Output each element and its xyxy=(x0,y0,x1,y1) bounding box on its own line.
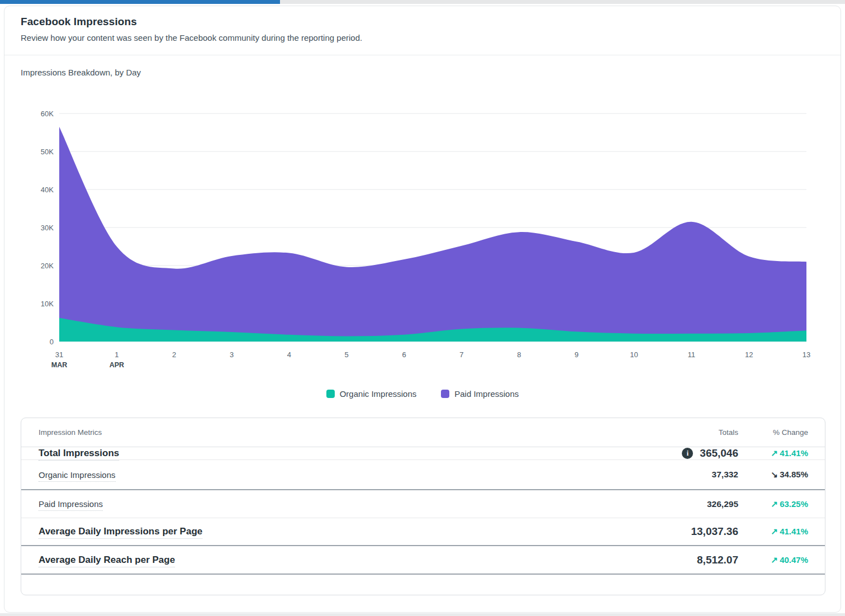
change-value: 34.85% xyxy=(780,470,808,479)
x-month-label: APR xyxy=(110,361,124,369)
impressions-area-chart[interactable]: 010K20K30K40K50K60K3112345678910111213MA… xyxy=(4,84,841,381)
chart-legend: Organic Impressions Paid Impressions xyxy=(4,389,841,399)
metric-label[interactable]: Average Daily Reach per Page xyxy=(39,555,175,567)
paid-impressions-area xyxy=(59,127,806,342)
x-tick-label: 31 xyxy=(55,350,63,359)
x-tick-label: 11 xyxy=(688,350,696,359)
report-card: Facebook Impressions Review how your con… xyxy=(4,6,841,613)
info-icon[interactable]: i xyxy=(682,448,693,459)
change-arrow-icon: ↗ xyxy=(771,555,778,565)
change-arrow-icon: ↗ xyxy=(771,499,778,509)
x-tick-label: 12 xyxy=(745,350,753,359)
change-value: 40.47% xyxy=(780,555,808,565)
metric-value: 37,332 xyxy=(712,470,738,480)
table-header-row: Impression Metrics Totals % Change xyxy=(21,418,825,447)
metric-value: 13,037.36 xyxy=(691,525,738,538)
x-month-label: MAR xyxy=(51,361,67,369)
metric-label[interactable]: Total Impressions xyxy=(39,448,119,461)
metric-value: 8,512.07 xyxy=(697,554,738,566)
legend-item[interactable]: Organic Impressions xyxy=(326,389,417,399)
metric-label[interactable]: Average Daily Impressions per Page xyxy=(39,526,202,539)
change-arrow-icon: ↘ xyxy=(771,470,778,479)
y-tick-label: 50K xyxy=(41,148,54,156)
y-tick-label: 0 xyxy=(50,338,54,346)
page-background-strip xyxy=(0,613,845,616)
x-tick-label: 4 xyxy=(287,350,291,359)
legend-item[interactable]: Paid Impressions xyxy=(441,389,519,399)
x-tick-label: 6 xyxy=(402,350,406,359)
table-header-metric: Impression Metrics xyxy=(39,428,615,437)
table-row: Paid Impressions 326,295 ↗63.25% xyxy=(21,490,825,518)
y-tick-label: 30K xyxy=(41,224,54,232)
x-tick-label: 8 xyxy=(517,350,521,359)
legend-label: Organic Impressions xyxy=(340,389,417,399)
x-tick-label: 1 xyxy=(115,350,118,359)
legend-swatch-icon xyxy=(326,390,335,398)
impression-metrics-table: Impression Metrics Totals % Change Total… xyxy=(21,418,825,595)
change-value: 41.41% xyxy=(780,527,808,536)
change-value: 41.41% xyxy=(780,448,808,458)
table-row: Average Daily Reach per Page 8,512.07 ↗4… xyxy=(21,546,825,575)
metric-value: 326,295 xyxy=(707,499,738,509)
table-header-totals: Totals xyxy=(615,428,738,437)
x-tick-label: 13 xyxy=(803,350,810,359)
page-title: Facebook Impressions xyxy=(21,16,137,28)
chart-title: Impressions Breakdown, by Day xyxy=(21,68,141,77)
metric-label[interactable]: Paid Impressions xyxy=(39,499,103,511)
table-row: Organic Impressions 37,332 ↘34.85% xyxy=(21,460,825,490)
change-arrow-icon: ↗ xyxy=(771,527,778,536)
x-tick-label: 3 xyxy=(230,350,234,359)
table-header-change: % Change xyxy=(738,428,808,437)
progress-bar-track xyxy=(0,0,845,4)
y-tick-label: 10K xyxy=(41,300,54,308)
y-tick-label: 40K xyxy=(41,186,54,194)
x-tick-label: 2 xyxy=(172,350,176,359)
change-value: 63.25% xyxy=(780,499,808,509)
progress-bar-fill xyxy=(0,0,280,4)
metric-value: 365,046 xyxy=(700,447,738,459)
x-tick-label: 5 xyxy=(345,350,349,359)
y-tick-label: 60K xyxy=(41,110,54,118)
metric-label[interactable]: Organic Impressions xyxy=(39,470,116,482)
legend-swatch-icon xyxy=(441,390,449,398)
table-row: Total Impressions i 365,046 ↗41.41% xyxy=(21,447,825,460)
y-tick-label: 20K xyxy=(41,262,54,270)
page-subtitle: Review how your content was seen by the … xyxy=(21,33,362,42)
x-tick-label: 10 xyxy=(630,350,638,359)
x-tick-label: 7 xyxy=(459,350,463,359)
x-tick-label: 9 xyxy=(575,350,578,359)
change-arrow-icon: ↗ xyxy=(771,448,778,458)
header-divider xyxy=(4,55,841,55)
table-row: Average Daily Impressions per Page 13,03… xyxy=(21,518,825,546)
legend-label: Paid Impressions xyxy=(454,389,519,399)
